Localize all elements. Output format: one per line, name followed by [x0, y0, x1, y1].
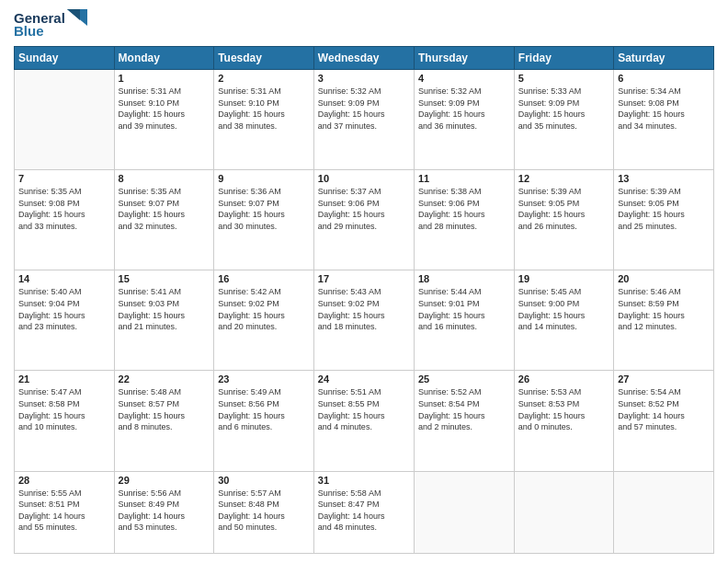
header: General Blue: [14, 9, 714, 39]
day-cell: 26Sunrise: 5:53 AM Sunset: 8:53 PM Dayli…: [514, 371, 613, 471]
day-number: 22: [119, 373, 210, 385]
day-number: 20: [618, 273, 710, 284]
week-row-5: 28Sunrise: 5:55 AM Sunset: 8:51 PM Dayli…: [15, 471, 714, 553]
day-cell: 18Sunrise: 5:44 AM Sunset: 9:01 PM Dayli…: [414, 270, 514, 371]
week-row-4: 21Sunrise: 5:47 AM Sunset: 8:58 PM Dayli…: [15, 371, 714, 471]
day-cell: 11Sunrise: 5:38 AM Sunset: 9:06 PM Dayli…: [414, 170, 514, 270]
day-info: Sunrise: 5:34 AM Sunset: 9:08 PM Dayligh…: [618, 86, 710, 132]
day-number: 1: [119, 73, 210, 84]
day-cell: 17Sunrise: 5:43 AM Sunset: 9:02 PM Dayli…: [313, 270, 414, 371]
page: General Blue SundayMondayTuesdayWednesda…: [0, 0, 728, 563]
logo: General Blue: [14, 9, 87, 39]
day-cell: [414, 471, 514, 553]
day-cell: 30Sunrise: 5:57 AM Sunset: 8:48 PM Dayli…: [214, 471, 314, 553]
day-cell: 14Sunrise: 5:40 AM Sunset: 9:04 PM Dayli…: [15, 270, 115, 371]
day-info: Sunrise: 5:36 AM Sunset: 9:07 PM Dayligh…: [218, 186, 310, 232]
day-cell: 27Sunrise: 5:54 AM Sunset: 8:52 PM Dayli…: [614, 371, 714, 471]
day-number: 7: [18, 173, 110, 184]
day-number: 9: [218, 173, 310, 184]
day-cell: 21Sunrise: 5:47 AM Sunset: 8:58 PM Dayli…: [15, 371, 115, 471]
day-cell: 23Sunrise: 5:49 AM Sunset: 8:56 PM Dayli…: [214, 371, 314, 471]
weekday-header-thursday: Thursday: [414, 47, 514, 70]
logo-blue-text: Blue: [14, 23, 44, 39]
day-number: 23: [218, 373, 310, 385]
weekday-header-friday: Friday: [514, 47, 613, 70]
day-number: 12: [518, 173, 609, 184]
day-cell: 15Sunrise: 5:41 AM Sunset: 9:03 PM Dayli…: [114, 270, 214, 371]
logo-container: General Blue: [14, 9, 87, 39]
svg-marker-1: [67, 9, 80, 20]
day-cell: 20Sunrise: 5:46 AM Sunset: 8:59 PM Dayli…: [614, 270, 714, 371]
day-cell: [15, 70, 115, 170]
day-number: 31: [318, 475, 410, 486]
day-info: Sunrise: 5:32 AM Sunset: 9:09 PM Dayligh…: [318, 86, 410, 132]
day-number: 30: [218, 475, 310, 486]
day-cell: 29Sunrise: 5:56 AM Sunset: 8:49 PM Dayli…: [114, 471, 214, 553]
day-cell: 2Sunrise: 5:31 AM Sunset: 9:10 PM Daylig…: [214, 70, 314, 170]
day-info: Sunrise: 5:53 AM Sunset: 8:53 PM Dayligh…: [518, 386, 609, 432]
day-cell: 4Sunrise: 5:32 AM Sunset: 9:09 PM Daylig…: [414, 70, 514, 170]
day-number: 13: [618, 173, 710, 184]
day-info: Sunrise: 5:47 AM Sunset: 8:58 PM Dayligh…: [18, 386, 110, 432]
day-number: 21: [18, 373, 110, 385]
day-info: Sunrise: 5:39 AM Sunset: 9:05 PM Dayligh…: [518, 186, 609, 232]
day-number: 3: [318, 73, 410, 84]
day-number: 27: [618, 373, 710, 385]
day-cell: 13Sunrise: 5:39 AM Sunset: 9:05 PM Dayli…: [614, 170, 714, 270]
day-cell: 5Sunrise: 5:33 AM Sunset: 9:09 PM Daylig…: [514, 70, 613, 170]
day-info: Sunrise: 5:44 AM Sunset: 9:01 PM Dayligh…: [418, 286, 510, 332]
day-number: 8: [119, 173, 210, 184]
weekday-header-row: SundayMondayTuesdayWednesdayThursdayFrid…: [15, 47, 714, 70]
day-info: Sunrise: 5:32 AM Sunset: 9:09 PM Dayligh…: [418, 86, 510, 132]
day-cell: 28Sunrise: 5:55 AM Sunset: 8:51 PM Dayli…: [15, 471, 115, 553]
day-number: 15: [119, 273, 210, 284]
day-number: 10: [318, 173, 410, 184]
day-number: 18: [418, 273, 510, 284]
day-number: 6: [618, 73, 710, 84]
day-cell: [514, 471, 613, 553]
day-cell: 16Sunrise: 5:42 AM Sunset: 9:02 PM Dayli…: [214, 270, 314, 371]
day-number: 5: [518, 73, 609, 84]
day-cell: 24Sunrise: 5:51 AM Sunset: 8:55 PM Dayli…: [313, 371, 414, 471]
day-info: Sunrise: 5:41 AM Sunset: 9:03 PM Dayligh…: [119, 286, 210, 332]
day-info: Sunrise: 5:54 AM Sunset: 8:52 PM Dayligh…: [618, 386, 710, 432]
day-number: 17: [318, 273, 410, 284]
day-info: Sunrise: 5:31 AM Sunset: 9:10 PM Dayligh…: [119, 86, 210, 132]
day-cell: 10Sunrise: 5:37 AM Sunset: 9:06 PM Dayli…: [313, 170, 414, 270]
weekday-header-tuesday: Tuesday: [214, 47, 314, 70]
day-info: Sunrise: 5:38 AM Sunset: 9:06 PM Dayligh…: [418, 186, 510, 232]
weekday-header-monday: Monday: [114, 47, 214, 70]
week-row-1: 1Sunrise: 5:31 AM Sunset: 9:10 PM Daylig…: [15, 70, 714, 170]
day-cell: 22Sunrise: 5:48 AM Sunset: 8:57 PM Dayli…: [114, 371, 214, 471]
week-row-2: 7Sunrise: 5:35 AM Sunset: 9:08 PM Daylig…: [15, 170, 714, 270]
day-info: Sunrise: 5:55 AM Sunset: 8:51 PM Dayligh…: [18, 488, 110, 534]
day-info: Sunrise: 5:52 AM Sunset: 8:54 PM Dayligh…: [418, 386, 510, 432]
day-number: 16: [218, 273, 310, 284]
day-info: Sunrise: 5:39 AM Sunset: 9:05 PM Dayligh…: [618, 186, 710, 232]
day-info: Sunrise: 5:57 AM Sunset: 8:48 PM Dayligh…: [218, 488, 310, 534]
day-info: Sunrise: 5:31 AM Sunset: 9:10 PM Dayligh…: [218, 86, 310, 132]
day-number: 28: [18, 475, 110, 486]
day-number: 2: [218, 73, 310, 84]
day-info: Sunrise: 5:49 AM Sunset: 8:56 PM Dayligh…: [218, 386, 310, 432]
day-number: 25: [418, 373, 510, 385]
day-number: 26: [518, 373, 609, 385]
day-cell: 3Sunrise: 5:32 AM Sunset: 9:09 PM Daylig…: [313, 70, 414, 170]
day-cell: 19Sunrise: 5:45 AM Sunset: 9:00 PM Dayli…: [514, 270, 613, 371]
weekday-header-sunday: Sunday: [15, 47, 115, 70]
day-number: 29: [119, 475, 210, 486]
day-info: Sunrise: 5:43 AM Sunset: 9:02 PM Dayligh…: [318, 286, 410, 332]
day-cell: 25Sunrise: 5:52 AM Sunset: 8:54 PM Dayli…: [414, 371, 514, 471]
day-info: Sunrise: 5:58 AM Sunset: 8:47 PM Dayligh…: [318, 488, 410, 534]
day-info: Sunrise: 5:56 AM Sunset: 8:49 PM Dayligh…: [119, 488, 210, 534]
day-info: Sunrise: 5:35 AM Sunset: 9:07 PM Dayligh…: [119, 186, 210, 232]
day-cell: 7Sunrise: 5:35 AM Sunset: 9:08 PM Daylig…: [15, 170, 115, 270]
logo-chevron-icon: [67, 9, 87, 26]
day-cell: 6Sunrise: 5:34 AM Sunset: 9:08 PM Daylig…: [614, 70, 714, 170]
day-number: 11: [418, 173, 510, 184]
day-cell: 31Sunrise: 5:58 AM Sunset: 8:47 PM Dayli…: [313, 471, 414, 553]
day-number: 19: [518, 273, 609, 284]
day-number: 4: [418, 73, 510, 84]
day-info: Sunrise: 5:48 AM Sunset: 8:57 PM Dayligh…: [119, 386, 210, 432]
day-cell: 12Sunrise: 5:39 AM Sunset: 9:05 PM Dayli…: [514, 170, 613, 270]
